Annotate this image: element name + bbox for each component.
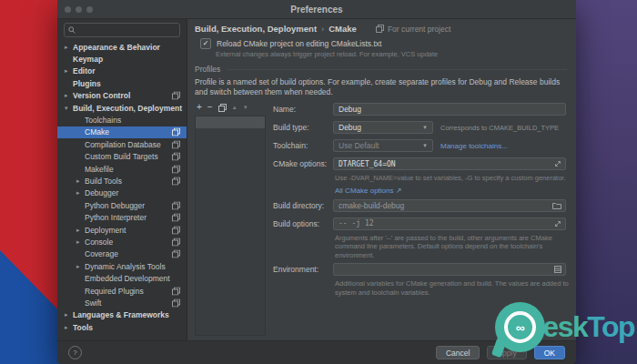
sidebar-item[interactable]: Custom Build Targets xyxy=(57,151,187,163)
cmake-options-value: DTARGET_64=ON xyxy=(339,160,396,168)
sidebar-item[interactable]: Embedded Development xyxy=(57,272,187,284)
sidebar-item-label: Languages & Frameworks xyxy=(73,310,187,319)
settings-search-input[interactable] xyxy=(64,23,180,37)
folder-browse-icon[interactable] xyxy=(552,202,561,209)
toolchain-label: Toolchain: xyxy=(273,141,333,150)
build-options-row: Build options: -- -j 12 xyxy=(273,217,567,230)
profiles-description: Profile is a named set of build options.… xyxy=(195,77,567,96)
cmake-settings-page: Build, Execution, Deployment › CMake For… xyxy=(187,19,576,340)
tree-toggle-icon[interactable]: ▾ xyxy=(65,105,73,112)
profiles-list xyxy=(195,116,266,336)
tree-toggle-icon[interactable]: ▸ xyxy=(65,44,73,51)
sidebar-item-label: Debugger xyxy=(85,188,187,197)
dialog-body: ▸ Appearance & Behavior Keymap ▸ Editor xyxy=(57,19,576,340)
profile-list-item[interactable] xyxy=(196,116,265,128)
project-settings-icon xyxy=(172,298,180,307)
sidebar-item[interactable]: ▸ Version Control xyxy=(57,90,187,102)
sidebar-item[interactable]: ▸ Languages & Frameworks xyxy=(57,309,187,321)
environment-input[interactable] xyxy=(333,263,566,276)
cmake-options-row: CMake options: DTARGET_64=ON xyxy=(273,157,567,170)
sidebar-item[interactable]: Toolchains xyxy=(57,114,187,126)
tree-toggle-icon[interactable]: ▸ xyxy=(76,177,85,185)
name-input[interactable]: Debug xyxy=(333,103,566,116)
cmake-options-input[interactable]: DTARGET_64=ON xyxy=(333,157,566,170)
tree-toggle-icon[interactable]: ▸ xyxy=(76,227,85,234)
tree-toggle-icon[interactable]: ▸ xyxy=(65,92,73,99)
build-type-label: Build type: xyxy=(273,123,333,132)
pesktop-logo-glyph: ∞ xyxy=(504,311,536,343)
sidebar-item[interactable]: Required Plugins xyxy=(57,285,187,297)
project-settings-icon xyxy=(172,165,180,173)
breadcrumb-parent[interactable]: Build, Execution, Deployment xyxy=(195,24,317,34)
reload-cmake-row: ✓ Reload CMake project on editing CMakeL… xyxy=(200,38,567,49)
breadcrumb-current: CMake xyxy=(329,24,357,34)
tree-toggle-icon[interactable]: ▸ xyxy=(65,311,73,318)
toolchain-select[interactable]: Use Default ▼ xyxy=(333,139,433,152)
window-title: Preferences xyxy=(57,5,576,15)
sidebar-item[interactable]: Python Interpreter xyxy=(57,211,187,223)
manage-toolchains-link[interactable]: Manage toolchains... xyxy=(440,142,508,150)
sidebar-item[interactable]: ▸ Editor xyxy=(57,66,187,77)
pesktop-logo-text: esk Top xyxy=(542,310,634,344)
sidebar-item[interactable]: ▸ Build Tools xyxy=(57,175,187,187)
title-bar[interactable]: Preferences xyxy=(57,0,576,19)
tree-toggle-icon[interactable]: ▸ xyxy=(76,263,85,270)
sidebar-item[interactable]: ▾ Build, Execution, Deployment xyxy=(57,102,187,114)
environment-row: Environment: xyxy=(273,263,567,276)
sidebar-item[interactable]: Python Debugger xyxy=(57,199,187,211)
sidebar-item[interactable]: ▸ Tools xyxy=(57,321,187,333)
name-label: Name: xyxy=(273,105,333,114)
reload-checkbox-label[interactable]: Reload CMake project on editing CMakeLis… xyxy=(217,39,381,48)
toolchain-row: Toolchain: Use Default ▼ Manage toolchai… xyxy=(273,139,567,152)
build-options-input[interactable]: -- -j 12 xyxy=(333,217,566,230)
cmake-options-label: CMake options: xyxy=(273,159,333,168)
sidebar-item-label: Plugins xyxy=(73,79,187,88)
sidebar-item[interactable]: Keymap xyxy=(57,53,187,65)
name-value: Debug xyxy=(339,105,361,114)
environment-variables-icon[interactable] xyxy=(554,266,561,273)
build-type-select[interactable]: Debug ▼ xyxy=(333,121,433,134)
reload-note: External changes always trigger project … xyxy=(216,50,567,58)
environment-help: Additional variables for CMake generatio… xyxy=(335,279,582,297)
project-settings-icon xyxy=(172,201,180,209)
sidebar-item[interactable]: Swift xyxy=(57,297,187,308)
move-profile-up-button[interactable]: ▲ xyxy=(232,103,238,112)
sidebar-item[interactable]: Compilation Database xyxy=(57,138,187,150)
sidebar-item-label: Toolchains xyxy=(85,116,187,125)
sidebar-item[interactable]: Coverage xyxy=(57,248,187,260)
build-options-label: Build options: xyxy=(273,219,333,228)
settings-sidebar: ▸ Appearance & Behavior Keymap ▸ Editor xyxy=(57,19,187,340)
profile-form: Name: Debug Build type: Debug ▼ Correspo… xyxy=(273,102,567,336)
profiles-section-header: Profiles xyxy=(195,65,567,74)
sidebar-item[interactable]: Makefile xyxy=(57,163,187,175)
build-directory-label: Build directory: xyxy=(273,201,333,210)
tree-toggle-icon[interactable]: ▸ xyxy=(76,189,85,197)
tree-toggle-icon[interactable]: ▸ xyxy=(76,238,85,246)
tree-toggle-icon[interactable]: ▸ xyxy=(65,324,73,331)
sidebar-item[interactable]: Plugins xyxy=(57,77,187,89)
sidebar-item[interactable]: ▸ Console xyxy=(57,236,187,248)
sidebar-item[interactable]: ▸ Deployment xyxy=(57,224,187,236)
help-button[interactable]: ? xyxy=(68,346,82,359)
sidebar-item-label: Editor xyxy=(73,66,187,76)
build-directory-input[interactable]: cmake-build-debug xyxy=(333,199,566,212)
cancel-button[interactable]: Cancel xyxy=(436,346,480,359)
move-profile-down-button[interactable]: ▼ xyxy=(243,103,248,112)
sidebar-item[interactable]: ▸ Debugger xyxy=(57,187,187,199)
sidebar-item[interactable]: CMake xyxy=(57,126,187,138)
profiles-body: + − ▲ ▼ Name: xyxy=(195,102,567,336)
reload-checkbox[interactable]: ✓ xyxy=(200,38,211,49)
pesktop-logo-icon: ∞ xyxy=(495,302,545,352)
all-cmake-options-link[interactable]: All CMake options ↗ xyxy=(335,187,567,195)
add-profile-button[interactable]: + xyxy=(197,103,202,112)
expand-field-icon[interactable] xyxy=(554,160,561,167)
build-options-value: -- -j 12 xyxy=(339,219,374,228)
sidebar-item[interactable]: ▸ Appearance & Behavior xyxy=(57,41,187,53)
expand-field-icon[interactable] xyxy=(554,220,561,228)
sidebar-item[interactable]: ▸ Dynamic Analysis Tools xyxy=(57,260,187,272)
remove-profile-button[interactable]: − xyxy=(207,103,213,112)
watermark-text-top: Top xyxy=(587,310,634,344)
tree-toggle-icon[interactable]: ▸ xyxy=(65,67,73,75)
copy-profile-button[interactable] xyxy=(218,104,227,112)
build-type-comment: Corresponds to CMAKE_BUILD_TYPE xyxy=(440,124,559,132)
